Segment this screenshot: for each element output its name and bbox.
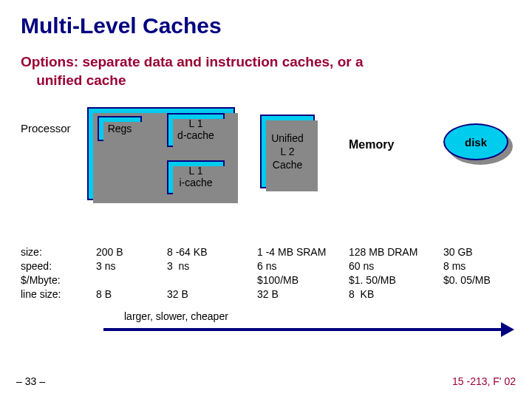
arrow-head-icon <box>501 322 514 337</box>
regs-label: Regs <box>99 123 140 134</box>
memory-label: Memory <box>349 138 394 151</box>
l2-line1: Unified <box>262 132 313 144</box>
l1-dcache-box: L 1 d-cache <box>167 113 225 147</box>
l1i-line1: L 1 <box>168 165 223 177</box>
footer-right: 15 -213, F' 02 <box>452 375 516 387</box>
regs-box: Regs <box>98 116 142 141</box>
l1i-line2: i-cache <box>168 177 223 188</box>
l2-line3: Cache <box>262 159 313 171</box>
slide-title: Multi-Level Caches <box>0 0 532 44</box>
col-regs: 200 B 3 ns 8 B <box>96 245 123 301</box>
l1d-line2: d-cache <box>168 129 223 141</box>
footer-left: – 33 – <box>16 375 45 387</box>
disk-box: disk <box>443 123 508 160</box>
col-l2: 1 -4 MB SRAM 6 ns $100/MB 32 B <box>257 245 326 301</box>
slide-subtitle: Options: separate data and instruction c… <box>0 44 532 89</box>
processor-label: Processor <box>21 122 71 134</box>
arrow-line <box>103 328 502 331</box>
diagram: Processor Regs L 1 d-cache L 1 i-cache U… <box>0 107 532 218</box>
col-memory: 128 MB DRAM 60 ns $1. 50/MB 8 KB <box>349 245 417 301</box>
subtitle-line2: unified cache <box>36 72 126 88</box>
arrow-caption: larger, slower, cheaper <box>124 310 228 322</box>
col-l1: 8 -64 KB 3 ns 32 B <box>167 245 207 301</box>
l1d-line1: L 1 <box>168 117 223 129</box>
row-labels: size: speed: $/Mbyte: line size: <box>21 245 61 301</box>
l1-icache-box: L 1 i-cache <box>167 160 225 194</box>
col-disk: 30 GB 8 ms $0. 05/MB <box>443 245 491 287</box>
l2-cache-box: Unified L 2 Cache <box>260 115 315 188</box>
subtitle-line1: Options: separate data and instruction c… <box>21 54 364 69</box>
l2-line2: L 2 <box>262 146 313 157</box>
